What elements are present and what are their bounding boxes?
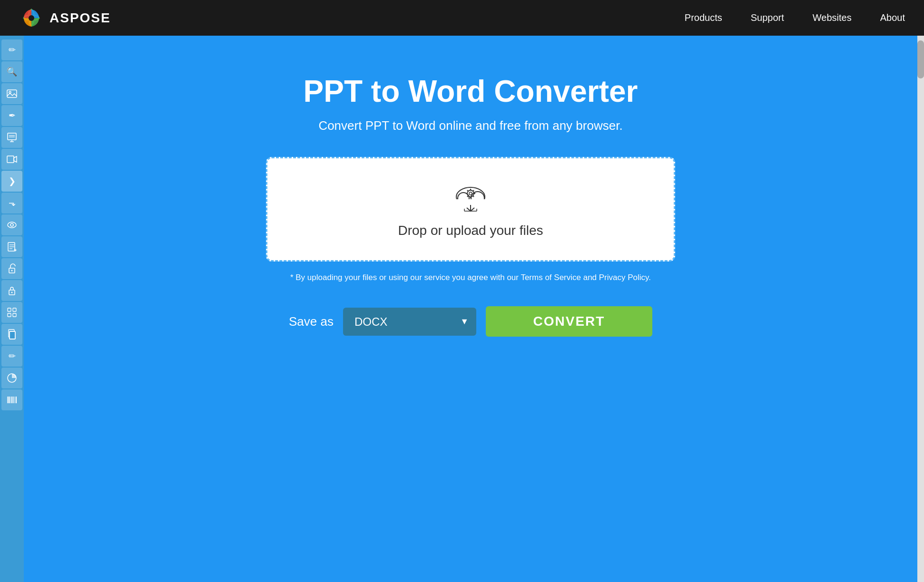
svg-rect-26 [10, 331, 15, 339]
page-title: PPT to Word Converter [304, 74, 638, 109]
save-row: Save as DOCX DOC PDF RTF TXT ODT ▼ CONVE… [289, 306, 652, 337]
sidebar-notepad-icon[interactable] [1, 236, 22, 257]
svg-line-48 [473, 190, 474, 192]
sidebar-pie-icon[interactable] [1, 368, 22, 388]
main-nav: Products Support Websites About [685, 12, 905, 23]
sidebar-import-icon[interactable]: ⬎ [1, 193, 22, 213]
aspose-logo-icon [19, 6, 44, 30]
terms-text: * By uploading your files or using our s… [290, 273, 651, 282]
svg-rect-23 [8, 313, 11, 317]
svg-line-46 [467, 190, 469, 192]
nav-products[interactable]: Products [685, 12, 722, 23]
svg-point-1 [29, 15, 34, 21]
sidebar: ✏ 🔍 ✒ ❯ ⬎ [0, 36, 24, 582]
svg-line-47 [473, 196, 474, 197]
save-as-label: Save as [289, 314, 334, 329]
convert-button[interactable]: CONVERT [486, 306, 652, 337]
sidebar-eye-icon[interactable] [1, 214, 22, 235]
sidebar-edit-icon[interactable]: ✏ [1, 39, 22, 60]
upload-icon [449, 180, 492, 215]
main-layout: ✏ 🔍 ✒ ❯ ⬎ [0, 36, 924, 582]
svg-point-41 [469, 192, 472, 195]
sidebar-chevron-icon[interactable]: ❯ [1, 171, 22, 192]
svg-rect-9 [7, 156, 14, 163]
sidebar-image-icon[interactable] [1, 83, 22, 104]
scrollbar-track[interactable] [917, 36, 924, 582]
svg-rect-4 [8, 133, 16, 140]
format-select[interactable]: DOCX DOC PDF RTF TXT ODT [343, 308, 476, 336]
svg-rect-2 [7, 90, 17, 97]
logo-text: ASPOSE [49, 10, 111, 26]
svg-point-20 [11, 292, 13, 293]
sidebar-pen-icon[interactable]: ✒ [1, 105, 22, 126]
svg-rect-24 [13, 313, 16, 317]
page-subtitle: Convert PPT to Word online and free from… [318, 118, 622, 133]
main-content: PPT to Word Converter Convert PPT to Wor… [24, 36, 917, 582]
nav-about[interactable]: About [880, 12, 905, 23]
svg-line-49 [467, 196, 469, 197]
scrollbar-thumb[interactable] [917, 40, 924, 78]
svg-rect-22 [13, 308, 16, 311]
svg-rect-21 [8, 308, 11, 311]
svg-point-11 [10, 223, 13, 226]
logo-area: ASPOSE [19, 6, 111, 30]
sidebar-barcode-icon[interactable] [1, 389, 22, 410]
sidebar-lock-icon[interactable] [1, 280, 22, 301]
nav-support[interactable]: Support [751, 12, 784, 23]
drop-zone-text: Drop or upload your files [398, 223, 543, 238]
sidebar-lock-open-icon[interactable] [1, 258, 22, 279]
svg-line-51 [467, 208, 471, 211]
format-select-wrapper[interactable]: DOCX DOC PDF RTF TXT ODT ▼ [343, 308, 476, 336]
header: ASPOSE Products Support Websites About [0, 0, 924, 36]
sidebar-search-icon[interactable]: 🔍 [1, 61, 22, 82]
sidebar-slides-icon[interactable] [1, 127, 22, 148]
drop-zone[interactable]: Drop or upload your files [266, 157, 675, 262]
sidebar-brush-icon[interactable]: ✏ [1, 346, 22, 367]
svg-point-10 [8, 222, 16, 228]
sidebar-pages-icon[interactable] [1, 324, 22, 345]
svg-line-52 [471, 208, 474, 211]
nav-websites[interactable]: Websites [813, 12, 852, 23]
svg-point-18 [11, 270, 13, 272]
sidebar-video-icon[interactable] [1, 149, 22, 170]
sidebar-grid-icon[interactable] [1, 302, 22, 323]
